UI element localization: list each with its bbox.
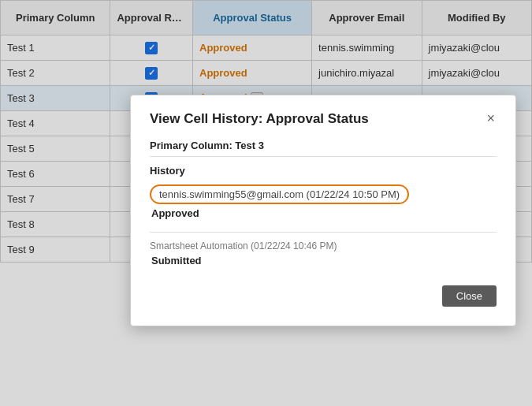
modal-primary-column-value: Primary Column: Test 3 [150,140,497,151]
modal-footer: Close [150,285,497,307]
modal-close-button[interactable]: Close [442,285,497,307]
history-author-2: Smartsheet Automation (01/22/24 10:46 PM… [150,240,497,251]
modal-title: View Cell History: Approval Status [150,111,369,127]
modal-close-x-button[interactable]: × [485,111,497,125]
history-divider [150,232,497,233]
history-status-2: Submitted [150,255,497,266]
cell-history-modal: View Cell History: Approval Status × Pri… [130,95,516,326]
history-entry-2: Smartsheet Automation (01/22/24 10:46 PM… [150,240,497,266]
modal-history-label: History [150,156,497,177]
history-status-1: Approved [150,207,497,219]
history-author-1: tennis.swimming55@gmail.com (01/22/24 10… [150,184,409,204]
history-entry-1: tennis.swimming55@gmail.com (01/22/24 10… [150,184,497,219]
modal-header: View Cell History: Approval Status × [150,111,497,127]
